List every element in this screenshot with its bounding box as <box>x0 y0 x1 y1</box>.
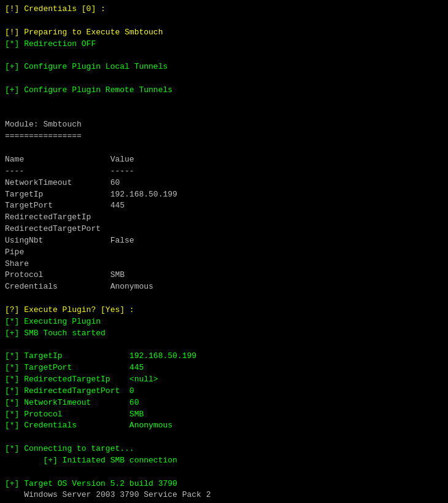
terminal-line-cred-header: [!] Credentials [0] : <box>5 4 443 15</box>
terminal-line-blank6 <box>5 142 443 154</box>
terminal-line-redir-target-port-val: [*] RedirectedTargetPort 0 <box>5 386 443 397</box>
terminal-line-smb-initiated: [+] Initiated SMB connection <box>5 455 443 467</box>
terminal-line-network-timeout: NetworkTimeout 60 <box>5 177 443 189</box>
terminal-line-blank9 <box>5 432 443 443</box>
terminal-line-win-server: Windows Server 2003 3790 Service Pack 2 <box>5 489 443 501</box>
terminal-line-blank8 <box>5 339 443 351</box>
terminal-line-executing-plugin: [*] Executing Plugin <box>5 316 443 328</box>
terminal-line-target-port-val: [*] TargetPort 445 <box>5 362 443 374</box>
terminal-line-module-sep: ================ <box>5 131 443 142</box>
terminal-line-protocol: Protocol SMB <box>5 270 443 281</box>
terminal-line-network-timeout-val: [*] NetworkTimeout 60 <box>5 397 443 409</box>
terminal-line-module-label: Module: Smbtouch <box>5 119 443 131</box>
terminal-line-blank4 <box>5 96 443 108</box>
terminal-line-share: Share <box>5 259 443 270</box>
terminal-line-target-port: TargetPort 445 <box>5 200 443 212</box>
terminal-line-redir-target-ip: RedirectedTargetIp <box>5 212 443 224</box>
terminal-line-credentials: Credentials Anonymous <box>5 281 443 293</box>
terminal-line-local-tunnels: [+] Configure Plugin Local Tunnels <box>5 61 443 73</box>
terminal-line-pipe: Pipe <box>5 247 443 259</box>
terminal-line-blank3 <box>5 73 443 85</box>
terminal-line-blank2 <box>5 50 443 61</box>
terminal-line-col-headers: Name Value <box>5 154 443 166</box>
terminal-line-col-sep: ---- ----- <box>5 166 443 177</box>
terminal-line-target-os: [+] Target OS Version 5.2 build 3790 <box>5 478 443 490</box>
terminal-line-smb-touch-started: [+] SMB Touch started <box>5 328 443 340</box>
terminal-line-blank7 <box>5 293 443 305</box>
terminal-line-target-ip: TargetIp 192.168.50.199 <box>5 189 443 201</box>
terminal-line-preparing: [!] Preparing to Execute Smbtouch <box>5 27 443 39</box>
terminal-line-protocol-val: [*] Protocol SMB <box>5 409 443 421</box>
terminal-line-redirection: [*] Redirection OFF <box>5 39 443 50</box>
terminal-line-remote-tunnels: [+] Configure Plugin Remote Tunnels <box>5 85 443 96</box>
terminal-output: [!] Credentials [0] : [!] Preparing to E… <box>5 4 443 503</box>
terminal-line-blank1 <box>5 15 443 27</box>
terminal-line-target-ip-val: [*] TargetIp 192.168.50.199 <box>5 351 443 362</box>
terminal-line-redir-target-ip-val: [*] RedirectedTargetIp <null> <box>5 374 443 386</box>
terminal-line-blank10 <box>5 467 443 478</box>
terminal-line-redir-target-port: RedirectedTargetPort <box>5 224 443 235</box>
terminal-line-using-nbt: UsingNbt False <box>5 235 443 247</box>
terminal-line-connecting: [*] Connecting to target... <box>5 443 443 455</box>
terminal-line-execute-plugin-q: [?] Execute Plugin? [Yes] : <box>5 305 443 316</box>
terminal-line-blank5 <box>5 108 443 120</box>
terminal-line-credentials-val: [*] Credentials Anonymous <box>5 420 443 432</box>
